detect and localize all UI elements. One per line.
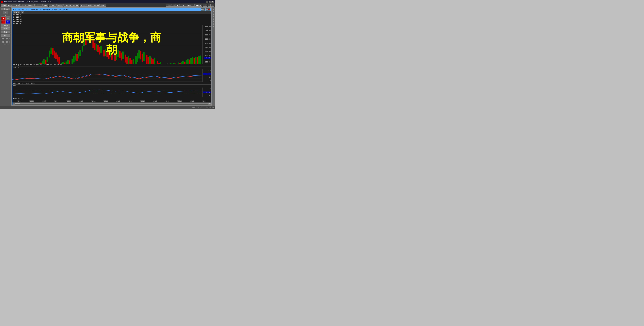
menu-status[interactable]: Status (20, 4, 27, 6)
bottom-scroll[interactable]: ◄ ► (12, 103, 211, 105)
save-button[interactable]: Save (180, 4, 186, 6)
menu-ts[interactable]: T&S (14, 4, 20, 6)
menu-news[interactable]: News (80, 4, 86, 6)
time-2016: |2016 (148, 100, 161, 102)
menu-supsrv[interactable]: SupSrv (35, 4, 42, 6)
support-button[interactable]: Support (186, 4, 194, 6)
svg-rect-200 (184, 62, 185, 64)
time-2018: |2018 (173, 100, 186, 102)
menu-chart[interactable]: Chart (0, 4, 7, 6)
right-dot-3 (213, 11, 214, 12)
stoch-75: 75 (203, 69, 210, 71)
svg-rect-208 (190, 58, 192, 64)
stoch-25: 25 (203, 76, 210, 78)
svg-rect-96 (92, 40, 94, 48)
menu-ordtkt[interactable]: OrdTkt (72, 4, 80, 6)
svg-rect-84 (82, 46, 83, 51)
exit-button[interactable]: Exit (203, 4, 207, 6)
ssk-label: SSK= (13, 82, 17, 84)
menu-trade[interactable]: Trade (86, 4, 93, 6)
menu-alert[interactable]: Alert (43, 4, 48, 6)
next-page-button[interactable]: ► (176, 4, 180, 6)
svg-rect-118 (111, 53, 112, 59)
menu-more[interactable]: More (100, 4, 106, 6)
svg-rect-158 (148, 57, 149, 64)
svg-rect-80 (78, 52, 79, 58)
chart-tab-add[interactable]: + (21, 11, 24, 13)
scroll-left-button[interactable]: ◄ (13, 103, 15, 105)
stoch-info: SSK= 44.28 SSD= 40.50 (13, 82, 35, 84)
svg-rect-160 (149, 56, 150, 64)
chart-minimize-button[interactable]: — (203, 8, 206, 10)
svg-rect-112 (106, 51, 108, 57)
intd-button[interactable]: <IntD> (1, 30, 10, 33)
scroll-thumb[interactable] (15, 103, 20, 104)
col-btn-1[interactable]: ■ (6, 16, 10, 20)
prev-page-button[interactable]: ◄ (172, 4, 176, 6)
svg-rect-194 (179, 63, 180, 64)
tab-bar: KCE_M + (12, 11, 211, 14)
close-button[interactable]: ✕ (212, 0, 214, 3)
ohlc-high: H= 119.75 (13, 16, 22, 18)
window-button[interactable]: Window (194, 4, 202, 6)
right-dot-1 (213, 8, 214, 8)
title-app: CQG Integrated Client 2020 (25, 1, 51, 2)
svg-rect-150 (140, 51, 141, 59)
rsi-value: 57.26 (18, 98, 22, 99)
chart-tab-kce[interactable]: KCE_M (13, 11, 20, 13)
svg-rect-134 (126, 57, 128, 64)
rsi-svg (12, 88, 202, 97)
help-button[interactable]: ? (208, 4, 210, 6)
stoch-current: 44.3 (203, 73, 210, 75)
main-chart-body[interactable]: 商朝军事与战争，商 朝 (12, 25, 211, 64)
scroll-right-button[interactable]: ► (208, 103, 210, 105)
price-level-150: 150.00 (203, 51, 210, 53)
chart-maximize-button[interactable]: □ (206, 8, 208, 10)
menu-options[interactable]: Options (64, 4, 72, 6)
rsi-75: 75 (203, 88, 210, 90)
minimize-button[interactable]: — (206, 0, 208, 3)
red-btn-2[interactable]: ✕ (1, 20, 6, 24)
svg-rect-72 (72, 59, 73, 64)
page-button[interactable]: Page (166, 4, 172, 6)
rsi-panel: RSI 75 57.26 25 RSI= 57.26 (12, 84, 211, 100)
rescl-button[interactable]: ReScl (1, 24, 10, 27)
chart-search-button[interactable]: 🔍 (201, 8, 203, 10)
menu-quote[interactable]: Quote (7, 4, 14, 6)
list-button[interactable]: <list> (1, 34, 10, 36)
rsi-label: RSI= (13, 98, 17, 99)
svg-rect-140 (131, 60, 132, 64)
price-level-100: 100.00 (203, 61, 210, 63)
menu-snapq[interactable]: SnapQ (49, 4, 56, 6)
right-dot-12 (213, 26, 214, 27)
svg-rect-102 (97, 45, 98, 52)
svg-rect-192 (178, 63, 179, 64)
maximize-button[interactable]: □ (208, 0, 211, 3)
current-price: 119.30 (204, 57, 210, 59)
time-2009: |2009 (62, 100, 75, 102)
chart-window: KCE - Coffee (ICE), Monthly Continuation… (12, 8, 211, 105)
chart-close-button[interactable]: ✕ (208, 8, 210, 10)
studies-button[interactable]: Studies (1, 27, 10, 30)
scroll-track[interactable] (15, 103, 208, 104)
menu-rfqs[interactable]: RFQs (93, 4, 100, 6)
title-bar-left: 11:28:08 P002 174856 CQG Integrated Clie… (1, 0, 51, 3)
red-btn-1[interactable]: ■ (1, 16, 6, 20)
stoch-axis: 75 44.3 25 0 (202, 69, 211, 82)
time-axis: |2005 |2006 |2007 |2008 |2009 |2010 |201… (12, 100, 211, 103)
add-button[interactable]: ⊕ (211, 4, 214, 6)
stoch-title: SStoch (12, 66, 211, 69)
time-2010: |2010 (75, 100, 87, 102)
menu-mscan[interactable]: MScan (27, 4, 34, 6)
chart-area: KCE - Coffee (ICE), Monthly Continuation… (12, 7, 212, 106)
blue-btn-2[interactable]: ✕ (6, 20, 10, 24)
menu-allcon[interactable]: AllCon (56, 4, 64, 6)
print-button[interactable]: 🖨 (4, 11, 8, 14)
svg-rect-52 (54, 51, 55, 58)
ohlc-info: O= 115.65 H= 119.75 L= 115.65 C= 119.30 … (12, 14, 211, 25)
price-level-300: 300.00 (203, 26, 210, 27)
ohlc-close: C= 119.30 (13, 21, 22, 22)
svg-rect-124 (118, 50, 119, 57)
sidebar-row-1: ■ ■ (1, 16, 10, 20)
setup-button[interactable]: Setup (1, 8, 10, 10)
